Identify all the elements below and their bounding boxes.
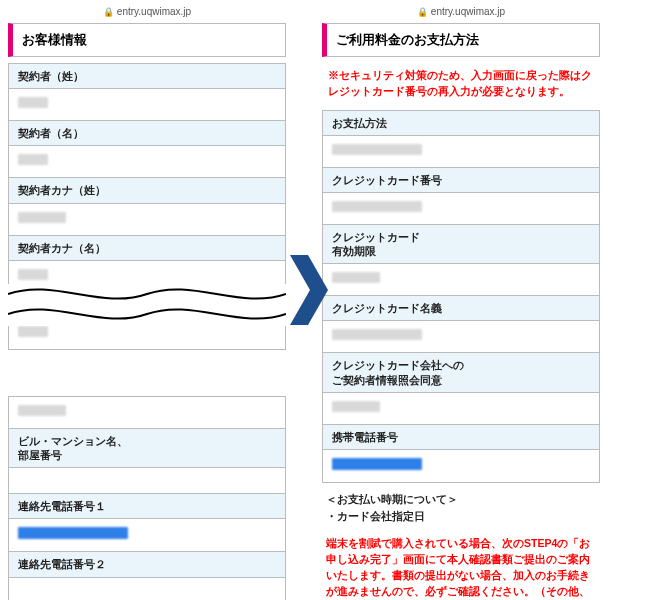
field-value	[323, 450, 599, 483]
field-label: お支払方法	[323, 111, 599, 136]
field-value	[9, 519, 285, 552]
field-label: 契約者カナ（名）	[9, 236, 285, 261]
field-value	[9, 468, 285, 494]
field-value	[9, 578, 285, 600]
field-label: 連絡先電話番号２	[9, 552, 285, 577]
field-value	[323, 193, 599, 225]
field-value	[9, 397, 285, 429]
url-text: entry.uqwimax.jp	[431, 6, 505, 17]
customer-info-screen: 🔒entry.uqwimax.jp お客様情報 契約者（姓） 契約者（名） 契約…	[8, 4, 286, 600]
next-arrow-icon	[290, 255, 328, 329]
field-value	[9, 89, 285, 121]
field-label: 契約者（名）	[9, 121, 285, 146]
svg-marker-0	[290, 255, 328, 325]
field-label: 契約者（姓）	[9, 64, 285, 89]
lock-icon: 🔒	[417, 7, 428, 17]
field-value	[9, 204, 285, 236]
field-label: クレジットカード会社への ご契約者情報照会同意	[323, 353, 599, 392]
url-text: entry.uqwimax.jp	[117, 6, 191, 17]
note-line: ＜お支払い時期について＞	[326, 491, 596, 508]
payment-method-screen: 🔒entry.uqwimax.jp ご利用料金のお支払方法 ※セキュリティ対策の…	[322, 4, 600, 600]
field-value	[9, 146, 285, 178]
field-label: 連絡先電話番号１	[9, 494, 285, 519]
field-label: ビル・マンション名、 部屋番号	[9, 429, 285, 468]
field-label: クレジットカード番号	[323, 168, 599, 193]
payment-card: お支払方法 クレジットカード番号 クレジットカード 有効期限 クレジットカード名…	[322, 110, 600, 483]
field-label: クレジットカード 有効期限	[323, 225, 599, 264]
section-title-payment: ご利用料金のお支払方法	[322, 23, 600, 57]
installment-warning: 端末を割賦で購入されている場合、次のSTEP4の「お申し込み完了」画面にて本人確…	[322, 529, 600, 601]
field-value	[323, 393, 599, 425]
field-value	[323, 136, 599, 168]
torn-break-graphic	[8, 284, 286, 326]
note-line: ・カード会社指定日	[326, 508, 596, 525]
field-value	[323, 264, 599, 296]
field-label: クレジットカード名義	[323, 296, 599, 321]
security-warning: ※セキュリティ対策のため、入力画面に戻った際はクレジットカード番号の再入力が必要…	[322, 63, 600, 110]
lock-icon: 🔒	[103, 7, 114, 17]
field-label: 契約者カナ（姓）	[9, 178, 285, 203]
section-title-customer: お客様情報	[8, 23, 286, 57]
address-bar: 🔒entry.uqwimax.jp	[8, 4, 286, 23]
address-bar: 🔒entry.uqwimax.jp	[322, 4, 600, 23]
field-value	[323, 321, 599, 353]
payment-timing-note: ＜お支払い時期について＞ ・カード会社指定日	[322, 483, 600, 529]
customer-card-bottom: ビル・マンション名、 部屋番号 連絡先電話番号１ 連絡先電話番号２ メールアドレ…	[8, 396, 286, 600]
field-label: 携帯電話番号	[323, 425, 599, 450]
